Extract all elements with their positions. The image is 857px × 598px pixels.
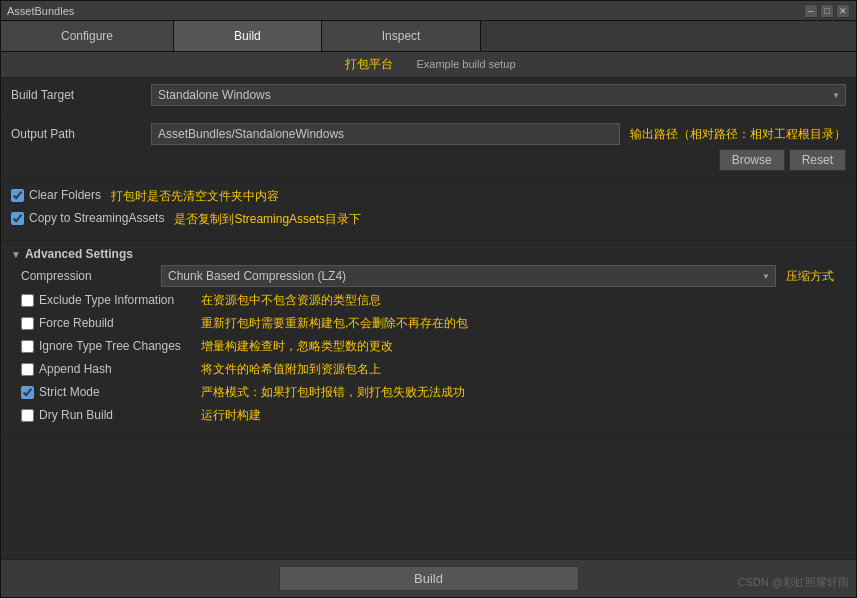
copy-streaming-annotation: 是否复制到StreamingAssets目录下 xyxy=(174,211,361,228)
exclude-type-row: Exclude Type Information 在资源包中不包含资源的类型信息 xyxy=(21,290,846,310)
platform-annotation: 打包平台 xyxy=(345,57,393,71)
clear-folders-checkbox[interactable] xyxy=(11,189,24,202)
tab-inspect[interactable]: Inspect xyxy=(322,21,482,51)
force-rebuild-checkbox[interactable] xyxy=(21,317,34,330)
output-path-row: Output Path 输出路径（相对路径：相对工程根目录） xyxy=(11,123,846,145)
force-rebuild-label[interactable]: Force Rebuild xyxy=(21,316,201,330)
copy-streaming-label[interactable]: Copy to StreamingAssets xyxy=(11,211,164,225)
exclude-type-annotation: 在资源包中不包含资源的类型信息 xyxy=(201,292,381,309)
force-rebuild-text: Force Rebuild xyxy=(39,316,114,330)
window-title: AssetBundles xyxy=(7,5,74,17)
clear-folders-label[interactable]: Clear Folders xyxy=(11,188,101,202)
strict-mode-annotation: 严格模式：如果打包时报错，则打包失败无法成功 xyxy=(201,384,465,401)
exclude-type-label[interactable]: Exclude Type Information xyxy=(21,293,201,307)
output-path-label: Output Path xyxy=(11,127,151,141)
compression-label: Compression xyxy=(21,269,161,283)
append-hash-label[interactable]: Append Hash xyxy=(21,362,201,376)
output-path-value: 输出路径（相对路径：相对工程根目录） xyxy=(151,123,846,145)
build-target-value: Standalone Windows xyxy=(151,84,846,106)
subtitle-text: Example build setup xyxy=(417,58,516,70)
browse-button[interactable]: Browse xyxy=(719,149,785,171)
reset-button[interactable]: Reset xyxy=(789,149,846,171)
tab-configure[interactable]: Configure xyxy=(1,21,174,51)
exclude-type-checkbox[interactable] xyxy=(21,294,34,307)
title-bar: AssetBundles ─ □ ✕ xyxy=(1,1,856,21)
ignore-type-tree-checkbox[interactable] xyxy=(21,340,34,353)
advanced-settings-label: Advanced Settings xyxy=(25,247,133,261)
clear-folders-row: Clear Folders 打包时是否先清空文件夹中内容 xyxy=(11,188,846,208)
append-hash-row: Append Hash 将文件的哈希值附加到资源包名上 xyxy=(21,359,846,379)
watermark: CSDN @彩虹照耀轩雨 xyxy=(738,575,849,590)
ignore-type-tree-label[interactable]: Ignore Type Tree Changes xyxy=(21,339,201,353)
compression-select[interactable]: Chunk Based Compression (LZ4) xyxy=(161,265,776,287)
strict-mode-row: Strict Mode 严格模式：如果打包时报错，则打包失败无法成功 xyxy=(21,382,846,402)
dry-run-build-text: Dry Run Build xyxy=(39,408,113,422)
advanced-arrow-icon: ▼ xyxy=(11,249,21,260)
force-rebuild-annotation: 重新打包时需要重新构建包,不会删除不再存在的包 xyxy=(201,315,468,332)
compression-annotation: 压缩方式 xyxy=(786,268,846,285)
build-target-label: Build Target xyxy=(11,88,151,102)
output-path-input[interactable] xyxy=(151,123,620,145)
append-hash-annotation: 将文件的哈希值附加到资源包名上 xyxy=(201,361,381,378)
dry-run-build-row: Dry Run Build 运行时构建 xyxy=(21,405,846,425)
output-path-annotation: 输出路径（相对路径：相对工程根目录） xyxy=(630,126,846,143)
append-hash-text: Append Hash xyxy=(39,362,112,376)
window-controls: ─ □ ✕ xyxy=(804,4,850,18)
close-button[interactable]: ✕ xyxy=(836,4,850,18)
copy-streaming-checkbox[interactable] xyxy=(11,212,24,225)
copy-streaming-text: Copy to StreamingAssets xyxy=(29,211,164,225)
copy-streaming-row: Copy to StreamingAssets 是否复制到StreamingAs… xyxy=(11,211,846,231)
compression-row: Compression Chunk Based Compression (LZ4… xyxy=(21,265,846,287)
tab-build[interactable]: Build xyxy=(174,21,322,51)
tabs-bar: Configure Build Inspect xyxy=(1,21,856,52)
force-rebuild-row: Force Rebuild 重新打包时需要重新构建包,不会删除不再存在的包 xyxy=(21,313,846,333)
title-area: AssetBundles xyxy=(7,5,74,17)
ignore-type-tree-row: Ignore Type Tree Changes 增量构建检查时，忽略类型数的更… xyxy=(21,336,846,356)
main-window: AssetBundles ─ □ ✕ Configure Build Inspe… xyxy=(0,0,857,598)
dry-run-build-checkbox[interactable] xyxy=(21,409,34,422)
build-target-dropdown-wrapper: Standalone Windows xyxy=(151,84,846,106)
content-area: Build Target Standalone Windows Output P… xyxy=(1,78,856,559)
build-target-select[interactable]: Standalone Windows xyxy=(151,84,846,106)
dry-run-build-annotation: 运行时构建 xyxy=(201,407,261,424)
append-hash-checkbox[interactable] xyxy=(21,363,34,376)
compression-dropdown-wrapper: Chunk Based Compression (LZ4) xyxy=(161,265,776,287)
ignore-type-tree-text: Ignore Type Tree Changes xyxy=(39,339,181,353)
maximize-button[interactable]: □ xyxy=(820,4,834,18)
build-button[interactable]: Build xyxy=(279,566,579,591)
output-path-buttons-row: Browse Reset xyxy=(11,149,846,171)
strict-mode-text: Strict Mode xyxy=(39,385,100,399)
advanced-settings-section: ▼ Advanced Settings Compression Chunk Ba… xyxy=(1,241,856,435)
ignore-type-tree-annotation: 增量构建检查时，忽略类型数的更改 xyxy=(201,338,393,355)
dry-run-build-label[interactable]: Dry Run Build xyxy=(21,408,201,422)
clear-folders-section: Clear Folders 打包时是否先清空文件夹中内容 Copy to Str… xyxy=(1,182,856,241)
clear-folders-annotation: 打包时是否先清空文件夹中内容 xyxy=(111,188,279,205)
minimize-button[interactable]: ─ xyxy=(804,4,818,18)
clear-folders-text: Clear Folders xyxy=(29,188,101,202)
subtitle-bar: 打包平台 Example build setup xyxy=(1,52,856,78)
advanced-settings-header[interactable]: ▼ Advanced Settings xyxy=(11,247,846,261)
strict-mode-checkbox[interactable] xyxy=(21,386,34,399)
build-target-row: Build Target Standalone Windows xyxy=(11,84,846,106)
exclude-type-text: Exclude Type Information xyxy=(39,293,174,307)
build-button-row: Build xyxy=(1,559,856,597)
strict-mode-label[interactable]: Strict Mode xyxy=(21,385,201,399)
output-path-section: Output Path 输出路径（相对路径：相对工程根目录） Browse Re… xyxy=(1,117,856,182)
build-target-section: Build Target Standalone Windows xyxy=(1,78,856,117)
advanced-content: Compression Chunk Based Compression (LZ4… xyxy=(11,265,846,425)
